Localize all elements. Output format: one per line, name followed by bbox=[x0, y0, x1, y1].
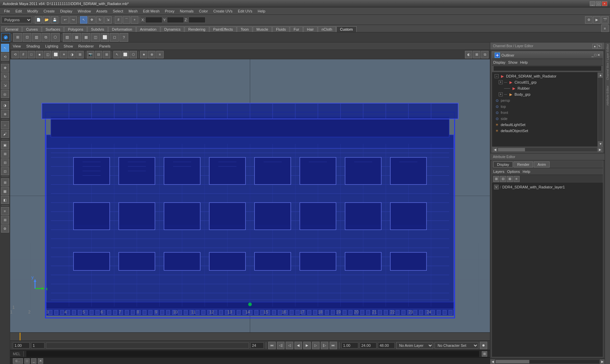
vp-icon-hud[interactable]: ≡ bbox=[156, 51, 164, 58]
shelf-tab-fluids[interactable]: Fluids bbox=[272, 26, 289, 32]
menu-edit[interactable]: Edit bbox=[13, 8, 25, 14]
layer-icon-4[interactable]: ≡ bbox=[514, 176, 520, 182]
current-frame-input[interactable] bbox=[31, 342, 45, 348]
outliner-minimize[interactable]: _ bbox=[591, 53, 593, 57]
render-btn[interactable]: 🎬 bbox=[601, 16, 609, 24]
scale-tool-btn[interactable]: ⇲ bbox=[1, 81, 9, 89]
shelf-tab-painteffects[interactable]: PaintEffects bbox=[210, 26, 237, 32]
shelf-tab-general[interactable]: General bbox=[1, 26, 22, 32]
menu-color[interactable]: Color bbox=[196, 8, 211, 14]
snap-grid-btn[interactable]: # bbox=[115, 16, 122, 24]
menu-normals[interactable]: Normals bbox=[177, 8, 196, 14]
universal-tool-btn[interactable]: ◎ bbox=[1, 90, 9, 98]
select-tool-btn[interactable]: ↖ bbox=[1, 44, 9, 52]
vp-icon-light[interactable]: ☀ bbox=[60, 51, 67, 58]
save-btn[interactable]: 💾 bbox=[51, 16, 58, 24]
outliner-menu-display[interactable]: Display bbox=[493, 60, 505, 64]
vp-icon-multi[interactable]: ⊠ bbox=[473, 51, 480, 58]
vp-icon-plus[interactable]: ⊞ bbox=[103, 51, 110, 58]
channel-box-btn[interactable]: ≡ bbox=[1, 207, 9, 215]
prev-frame-btn[interactable]: ◁ bbox=[286, 342, 293, 349]
split-poly-btn[interactable]: ⊟ bbox=[1, 158, 9, 166]
display-layer-btn[interactable]: ⊞ bbox=[1, 178, 9, 186]
shelf-icon-11[interactable]: ◻ bbox=[110, 33, 119, 42]
paint-ops-btn[interactable]: 🖌 bbox=[1, 130, 9, 138]
tree-item-top[interactable]: ⊙ top bbox=[492, 103, 598, 110]
layer-menu-layers[interactable]: Layers bbox=[493, 170, 504, 174]
vp-icon-persp[interactable]: ⟲ bbox=[11, 51, 19, 58]
playback-end-input[interactable] bbox=[360, 342, 377, 348]
shelf-icon-view4[interactable]: ⧉ bbox=[41, 33, 50, 42]
cb-collapse-btn[interactable]: ▲ bbox=[592, 44, 597, 49]
shelf-tab-subdvis[interactable]: Subdvis bbox=[87, 26, 108, 32]
tree-item-circuit01[interactable]: + — ▶ Circuit01_grp bbox=[492, 79, 598, 85]
vp-menu-shading[interactable]: Shading bbox=[26, 44, 40, 48]
outliner-maximize[interactable]: □ bbox=[594, 53, 597, 57]
shelf-options-btn[interactable]: ≡ bbox=[601, 25, 609, 32]
vp-icon-wire[interactable]: □ bbox=[28, 51, 35, 58]
mel-input[interactable] bbox=[26, 351, 479, 357]
append-poly-btn[interactable]: ⊞ bbox=[1, 150, 9, 158]
menu-window[interactable]: Window bbox=[75, 8, 93, 14]
start-frame-input[interactable] bbox=[13, 342, 30, 348]
outliner-menu-show[interactable]: Show bbox=[508, 60, 518, 64]
tree-item-default-light-set[interactable]: ☀ defaultLightSet bbox=[492, 122, 598, 128]
vp-icon-sculpt[interactable]: ⬡ bbox=[130, 51, 137, 58]
menu-proxy[interactable]: Proxy bbox=[162, 8, 177, 14]
shelf-tab-hair[interactable]: Hair bbox=[303, 26, 317, 32]
lasso-btn[interactable]: ○ bbox=[1, 121, 9, 129]
vp-menu-renderer[interactable]: Renderer bbox=[78, 44, 94, 48]
tree-expander-ddr4[interactable]: − bbox=[495, 74, 499, 78]
layer-tab-display[interactable]: Display bbox=[493, 161, 513, 168]
shelf-tab-polygons[interactable]: Polygons bbox=[64, 26, 87, 32]
layer-visibility-btn[interactable]: V bbox=[494, 185, 499, 189]
menu-mesh[interactable]: Mesh bbox=[126, 8, 140, 14]
layer-menu-options[interactable]: Options bbox=[507, 170, 520, 174]
playback-start-input[interactable] bbox=[341, 342, 358, 348]
vp-icon-xray[interactable]: ◫ bbox=[44, 51, 51, 58]
shelf-tab-toon[interactable]: Toon bbox=[237, 26, 252, 32]
select-btn[interactable]: ↖ bbox=[80, 16, 87, 24]
vp-icon-icon3[interactable]: ⧉ bbox=[481, 51, 489, 58]
new-scene-btn[interactable]: 📄 bbox=[35, 16, 42, 24]
shelf-icon-9[interactable]: ◫ bbox=[91, 33, 100, 42]
tree-expander-body[interactable]: + bbox=[499, 92, 503, 96]
vp-icon-panels2[interactable]: ⊟ bbox=[95, 51, 102, 58]
mode-dropdown[interactable]: Polygons bbox=[1, 17, 32, 23]
go-end-btn[interactable]: ⏭ bbox=[330, 342, 337, 349]
attribute-editor-vertical-label[interactable]: Attribute Editor bbox=[605, 84, 610, 107]
vp-icon-paint[interactable]: ⬜ bbox=[121, 51, 129, 58]
rotate-btn[interactable]: ↻ bbox=[96, 16, 104, 24]
shelf-icon-7[interactable]: ▦ bbox=[72, 33, 81, 42]
vp-icon-texture[interactable]: ⬜ bbox=[52, 51, 59, 58]
next-frame-btn[interactable]: ▷ bbox=[312, 342, 320, 349]
cb-edit-btn[interactable]: ✎ bbox=[597, 44, 602, 49]
shelf-tab-fur[interactable]: Fur bbox=[290, 26, 303, 32]
x-input[interactable] bbox=[145, 17, 162, 23]
open-btn[interactable]: 📂 bbox=[43, 16, 50, 24]
extrude-btn[interactable]: ⊡ bbox=[1, 167, 9, 175]
layer-menu-help[interactable]: Help bbox=[523, 170, 530, 174]
shelf-tab-deformation[interactable]: Deformation bbox=[108, 26, 136, 32]
shelf-tab-dynamics[interactable]: Dynamics bbox=[161, 26, 184, 32]
layer-row-ddr4[interactable]: V / DDR4_SDRAM_with_Radiator_layer1 bbox=[493, 184, 602, 190]
outliner-hscroll-left[interactable]: ◀ bbox=[493, 147, 497, 152]
shelf-icon-view2[interactable]: ⊡ bbox=[23, 33, 31, 42]
character-set-select[interactable]: No Character Set bbox=[435, 342, 478, 349]
script-editor-btn[interactable]: ⊞ bbox=[482, 351, 487, 357]
menu-assets[interactable]: Assets bbox=[93, 8, 110, 14]
console-btn2[interactable]: □ bbox=[24, 358, 30, 364]
vp-icon-solid[interactable]: ■ bbox=[36, 51, 43, 58]
max-end-input[interactable] bbox=[378, 342, 395, 348]
outliner-menu-help[interactable]: Help bbox=[520, 60, 528, 64]
outliner-scroll-down[interactable]: ▼ bbox=[598, 141, 603, 147]
render-layer-btn[interactable]: ▦ bbox=[1, 187, 9, 195]
end-frame-input[interactable] bbox=[250, 342, 264, 348]
tree-item-body[interactable]: + — ▶ Body_grp bbox=[492, 91, 598, 97]
menu-edit-uvs[interactable]: Edit UVs bbox=[235, 8, 255, 14]
vp-menu-lighting[interactable]: Lighting bbox=[45, 44, 58, 48]
show-manip-btn[interactable]: ⊕ bbox=[1, 110, 9, 118]
move-btn[interactable]: ✥ bbox=[88, 16, 95, 24]
outliner-search-input[interactable] bbox=[493, 66, 602, 71]
scale-btn[interactable]: ⇲ bbox=[104, 16, 112, 24]
